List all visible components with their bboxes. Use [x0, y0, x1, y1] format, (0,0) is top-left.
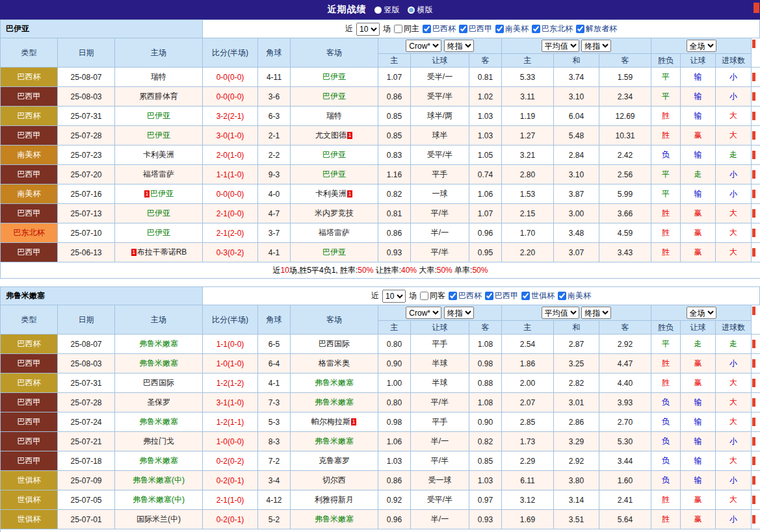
avg-final-select[interactable]: 终指: [581, 307, 611, 319]
league-type-cell: 世俱杯: [1, 471, 58, 490]
scope-select[interactable]: 全场: [687, 40, 716, 52]
home-team-cell: 弗鲁米嫩塞: [115, 451, 203, 471]
date-cell: 25-07-21: [58, 432, 115, 451]
league-checkbox[interactable]: [449, 292, 457, 300]
scroll-marker: [752, 92, 755, 101]
team-name: 巴伊亚: [147, 131, 170, 140]
league-checkbox[interactable]: [485, 292, 493, 300]
avg-draw: 3.29: [554, 432, 599, 451]
date-cell: 25-08-07: [58, 335, 115, 354]
league-filter-巴西杯[interactable]: 巴西杯: [449, 290, 482, 301]
match-count-select[interactable]: 10: [356, 23, 380, 36]
odds-handicap: 平/半: [411, 243, 469, 262]
result-goals: 大: [716, 126, 752, 146]
result-goals: 大: [716, 243, 752, 262]
bookmaker-select[interactable]: Crow*: [406, 307, 441, 319]
average-select[interactable]: 平均值: [542, 40, 579, 52]
odds-home: 0.86: [378, 87, 411, 107]
marker-cell: [752, 165, 760, 184]
same-venue-filter[interactable]: 同主: [394, 23, 419, 34]
same-venue-checkbox[interactable]: [394, 25, 402, 33]
corner-cell: 8-3: [258, 432, 291, 451]
score-cell: 1-2(1-2): [203, 374, 258, 393]
result-outcome: 平: [651, 184, 681, 204]
date-cell: 25-07-13: [58, 204, 115, 223]
match-count-select[interactable]: 10: [382, 290, 406, 303]
marker-cell: [752, 107, 760, 126]
marker-cell: [752, 146, 760, 165]
average-select[interactable]: 平均值: [542, 307, 579, 319]
match-row: 巴西甲25-07-24弗鲁米嫩塞1-2(1-1)5-3帕尔梅拉斯10.98平手0…: [1, 412, 760, 432]
table-header-row: 类型 日期 主场 比分(半场) 角球 客场 Crow* 终指 平均值 终指 全场: [1, 305, 760, 321]
odds-handicap: 半/一: [411, 223, 469, 243]
scope-select[interactable]: 全场: [687, 307, 716, 319]
score-cell: 3-2(2-1): [203, 107, 258, 126]
league-checkbox[interactable]: [423, 25, 431, 33]
table-header-row: 类型 日期 主场 比分(半场) 角球 客场 Crow* 终指 平均值 终指 全场: [1, 38, 760, 54]
league-checkbox[interactable]: [558, 292, 566, 300]
team-name: 弗鲁米嫩塞: [139, 417, 178, 426]
avg-away: 1.59: [599, 68, 651, 87]
result-goals: 大: [716, 374, 752, 393]
team-name: 弗鲁米嫩塞: [139, 359, 178, 368]
league-filter-南美杯[interactable]: 南美杯: [495, 23, 529, 34]
league-filter-解放者杯[interactable]: 解放者杯: [576, 23, 617, 34]
league-checkbox[interactable]: [459, 25, 467, 33]
score-cell: 0-2(0-2): [203, 451, 258, 471]
bookmaker-select[interactable]: Crow*: [406, 40, 441, 52]
league-filter-南美杯[interactable]: 南美杯: [558, 290, 591, 301]
odds-final-select[interactable]: 终指: [444, 307, 474, 319]
date-cell: 25-07-24: [58, 412, 115, 432]
layout-horizontal-radio[interactable]: 横版: [408, 5, 433, 16]
league-checkbox[interactable]: [495, 25, 504, 33]
result-goals: 小: [716, 68, 752, 87]
score-cell: 2-1(0-0): [203, 204, 258, 223]
match-row: 巴西甲25-07-18弗鲁米嫩塞0-2(0-2)7-2克鲁塞罗1.03平/半0.…: [1, 451, 760, 471]
avg-draw: 2.84: [554, 146, 599, 165]
avg-away: 5.99: [599, 184, 651, 204]
result-handicap: 走: [681, 335, 716, 354]
marker-cell: [752, 451, 760, 471]
league-filter-世俱杯[interactable]: 世俱杯: [521, 290, 555, 301]
odds-away: 0.85: [469, 451, 502, 471]
corner-cell: 9-3: [258, 165, 291, 184]
odds-handicap: 平/半: [411, 393, 469, 412]
odds-handicap: 球半/两: [411, 107, 469, 126]
league-filter-巴西甲[interactable]: 巴西甲: [459, 23, 492, 34]
result-handicap: 赢: [681, 510, 716, 529]
result-outcome: 平: [651, 335, 681, 354]
avg-away: 2.56: [599, 165, 651, 184]
league-checkbox[interactable]: [576, 25, 584, 33]
col-res-goals: 进球数: [716, 54, 752, 68]
result-outcome: 胜: [651, 243, 681, 262]
corner-cell: 7-3: [258, 393, 291, 412]
odds-final-select[interactable]: 终指: [444, 40, 474, 52]
odds-handicap: 受平/半: [411, 87, 469, 107]
col-corner: 角球: [258, 38, 291, 68]
layout-vertical-radio[interactable]: 竖版: [374, 5, 400, 16]
scroll-marker: [752, 418, 755, 426]
avg-draw: 5.48: [554, 126, 599, 146]
same-venue-checkbox[interactable]: [420, 292, 428, 300]
league-type-cell: 巴西杯: [1, 68, 58, 87]
corner-cell: 4-1: [258, 374, 291, 393]
away-team-cell: 瑞特: [291, 107, 378, 126]
away-team-cell: 切尔西: [291, 471, 378, 490]
team-name: 克鲁塞罗: [319, 456, 350, 465]
league-filter-巴西甲[interactable]: 巴西甲: [485, 290, 518, 301]
scroll-marker: [752, 209, 755, 218]
league-filter-巴东北杯[interactable]: 巴东北杯: [532, 23, 573, 34]
odds-handicap: 受一球: [411, 471, 469, 490]
league-filter-巴西杯[interactable]: 巴西杯: [423, 23, 456, 34]
corner-cell: 4-1: [258, 243, 291, 262]
away-team-cell: 弗鲁米嫩塞: [291, 393, 378, 412]
avg-draw: 3.01: [554, 393, 599, 412]
same-venue-filter[interactable]: 同客: [420, 290, 445, 301]
marker-cell: [752, 412, 760, 432]
avg-final-select[interactable]: 终指: [581, 40, 611, 52]
league-checkbox[interactable]: [532, 25, 540, 33]
red-card-indicator: 1: [144, 190, 150, 197]
scroll-marker: [752, 340, 755, 348]
scroll-marker: [752, 515, 755, 524]
league-checkbox[interactable]: [521, 292, 530, 300]
